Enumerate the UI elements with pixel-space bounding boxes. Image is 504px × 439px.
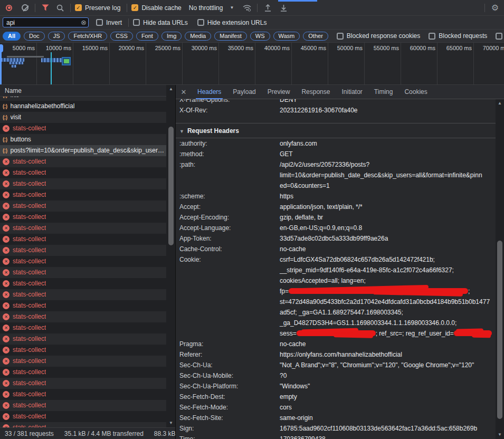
blocked-requests-checkbox[interactable] xyxy=(429,33,435,40)
search-button[interactable] xyxy=(54,2,66,14)
scrollbar-thumb[interactable] xyxy=(497,241,502,419)
clear-button[interactable] xyxy=(19,2,31,14)
request-row[interactable]: (:)visit xyxy=(0,112,166,123)
request-row[interactable]: ✕stats-collect xyxy=(0,333,166,345)
request-row[interactable]: ✕stats-collect xyxy=(0,234,166,245)
request-row[interactable]: ✕stats-collect xyxy=(0,178,166,189)
timeline-brush-grip[interactable] xyxy=(0,44,3,52)
request-row[interactable]: ✕stats-collect xyxy=(0,289,166,300)
tab-response[interactable]: Response xyxy=(296,85,336,99)
header-name: Cache-Control: xyxy=(179,244,222,254)
record-button[interactable] xyxy=(3,2,15,14)
request-row[interactable]: ✕stats-collect xyxy=(0,422,166,427)
type-filter-css[interactable]: CSS xyxy=(110,32,133,41)
request-name: stats-collect xyxy=(13,378,46,389)
type-filter-other[interactable]: Other xyxy=(303,32,328,41)
details-scrollbar[interactable]: ▲ ▼ xyxy=(496,99,504,439)
scrollbar-thumb[interactable] xyxy=(168,127,174,245)
header-name: :scheme: xyxy=(179,191,205,202)
header-name: X-Of-Rev: xyxy=(179,105,207,116)
tab-timing[interactable]: Timing xyxy=(368,85,399,99)
type-filter-js[interactable]: JS xyxy=(48,32,65,41)
header-value-line: sess=; ref_src=; reg_ref_user_id= xyxy=(280,328,496,339)
request-row[interactable]: ✕stats-collect xyxy=(0,123,166,134)
request-row[interactable]: ✕stats-collect xyxy=(0,356,166,367)
request-list-scrollbar[interactable]: ▲ ▼ xyxy=(167,85,175,427)
throttling-dropdown[interactable]: No throttling ▼ xyxy=(189,4,234,12)
tab-cookies[interactable]: Cookies xyxy=(398,85,433,99)
header-value-line: https xyxy=(280,191,496,202)
filter-input[interactable] xyxy=(6,19,79,26)
type-filter-all[interactable]: All xyxy=(3,32,21,41)
request-row[interactable]: ✕stats-collect xyxy=(0,378,166,389)
header-name: Accept-Language: xyxy=(179,223,231,233)
export-har-button[interactable] xyxy=(278,2,289,14)
blocked-request-icon: ✕ xyxy=(3,325,9,331)
tab-preview[interactable]: Preview xyxy=(262,85,296,99)
type-filter-manifest[interactable]: Manifest xyxy=(214,32,247,41)
third-party-requests-checkbox[interactable] xyxy=(496,33,502,40)
request-headers-section[interactable]: ▼Request Headers xyxy=(176,123,496,138)
timeline-overview[interactable]: 5000 ms10000 ms15000 ms20000 ms25000 ms3… xyxy=(0,43,504,85)
request-row[interactable]: ✕stats-collect xyxy=(0,256,166,267)
request-row[interactable]: (:)buttons xyxy=(0,134,166,145)
type-filter-doc[interactable]: Doc xyxy=(24,32,45,41)
hide-data-urls-checkbox[interactable] xyxy=(133,19,140,26)
filter-input-box[interactable]: ⊗ xyxy=(3,17,89,27)
filter-toggle-button[interactable] xyxy=(40,2,51,14)
header-row: Cache-Control:no-cache xyxy=(176,244,496,254)
request-row[interactable]: ✕stats-collect xyxy=(0,189,166,201)
invert-checkbox[interactable] xyxy=(96,19,103,26)
request-row[interactable]: ✕stats-collect xyxy=(0,245,166,256)
tab-initiator[interactable]: Initiator xyxy=(336,85,368,99)
preserve-log-checkbox[interactable]: ✓ xyxy=(75,4,82,11)
scroll-up-icon[interactable]: ▲ xyxy=(167,86,175,92)
request-row[interactable]: ✕stats-collect xyxy=(0,367,166,378)
request-row[interactable]: ✕stats-collect xyxy=(0,311,166,322)
request-name: stats-collect xyxy=(13,123,46,134)
import-har-button[interactable] xyxy=(262,2,273,14)
request-row[interactable]: ✕stats-collect xyxy=(0,322,166,333)
type-filter-font[interactable]: Font xyxy=(136,32,158,41)
request-row[interactable]: (:)hannahelizabethofficial xyxy=(0,101,166,112)
request-row[interactable]: (:)posts?limit=10&order=publish_date_des… xyxy=(0,145,166,156)
blocked-request-icon: ✕ xyxy=(3,192,9,198)
clear-icon xyxy=(22,4,28,11)
hide-extension-urls-checkbox[interactable] xyxy=(197,19,204,26)
request-row[interactable]: ✕stats-collect xyxy=(0,212,166,223)
disable-cache-checkbox[interactable]: ✓ xyxy=(131,4,138,11)
timeline-label: 60000 ms xyxy=(401,45,437,51)
type-filter-media[interactable]: Media xyxy=(185,32,211,41)
fetch-request-icon: (:) xyxy=(3,145,7,156)
request-row[interactable]: ✕stats-collect xyxy=(0,267,166,278)
type-filter-fetch-xhr[interactable]: Fetch/XHR xyxy=(68,32,107,41)
settings-button[interactable]: ⚙ xyxy=(489,2,501,14)
request-row[interactable]: ✕stats-collect xyxy=(0,167,166,178)
close-icon[interactable]: ✕ xyxy=(176,88,192,96)
type-filter-ws[interactable]: WS xyxy=(250,32,270,41)
request-list: (:)init(:)hannahelizabethofficial(:)visi… xyxy=(0,97,166,427)
network-conditions-button[interactable] xyxy=(241,2,253,14)
name-column-header[interactable]: Name xyxy=(0,85,166,97)
header-value-line: st=472d48a90d5433bfc2a2d17042e4dfdcafd31… xyxy=(280,297,496,307)
request-row[interactable]: ✕stats-collect xyxy=(0,278,166,289)
tab-headers[interactable]: Headers xyxy=(192,85,227,99)
request-row[interactable]: ✕stats-collect xyxy=(0,411,166,422)
request-row[interactable]: ✕stats-collect xyxy=(0,400,166,411)
request-row[interactable]: ✕stats-collect xyxy=(0,223,166,234)
blocked-response-cookies-checkbox[interactable] xyxy=(337,33,344,40)
type-filter-img[interactable]: Img xyxy=(161,32,182,41)
scroll-up-icon[interactable]: ▲ xyxy=(496,100,504,107)
request-row[interactable]: ✕stats-collect xyxy=(0,201,166,212)
request-row[interactable]: ✕stats-collect xyxy=(0,156,166,167)
blocked-request-icon: ✕ xyxy=(3,258,9,265)
scroll-down-icon[interactable]: ▼ xyxy=(496,432,504,438)
request-row[interactable]: ✕stats-collect xyxy=(0,300,166,311)
request-row[interactable]: ✕stats-collect xyxy=(0,389,166,400)
request-row[interactable]: ✕stats-collect xyxy=(0,345,166,356)
clear-filter-icon[interactable]: ⊗ xyxy=(81,19,87,26)
request-row[interactable]: (:)init xyxy=(0,97,166,101)
scroll-down-icon[interactable]: ▼ xyxy=(167,420,175,426)
type-filter-wasm[interactable]: Wasm xyxy=(273,32,300,41)
tab-payload[interactable]: Payload xyxy=(227,85,261,99)
